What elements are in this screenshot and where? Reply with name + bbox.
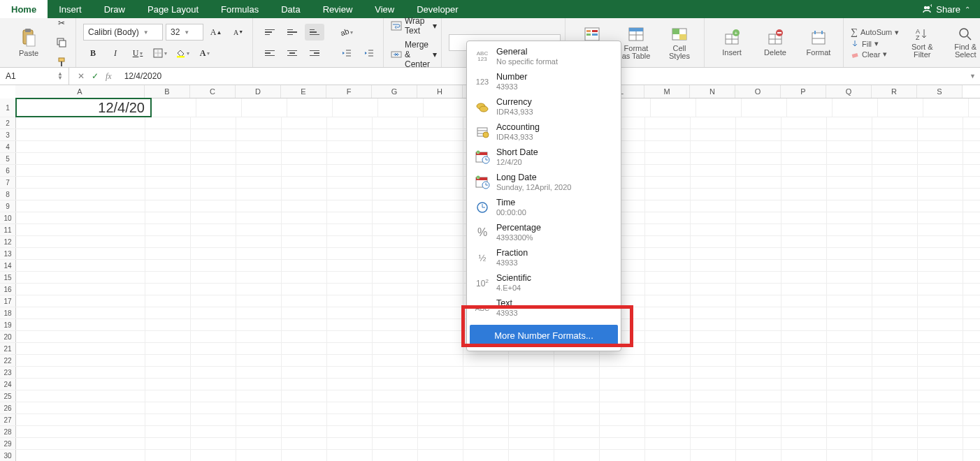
sort-filter-button[interactable]: AZ Sort & Filter — [902, 23, 942, 62]
cell[interactable] — [282, 141, 327, 152]
cell[interactable] — [827, 224, 872, 235]
cell[interactable] — [418, 367, 463, 378]
cell[interactable] — [781, 129, 827, 140]
more-number-formats-button[interactable]: More Number Formats... — [470, 325, 618, 346]
cell[interactable] — [872, 200, 918, 212]
tab-formulas[interactable]: Formulas — [210, 0, 270, 18]
cell[interactable] — [236, 224, 282, 235]
cell[interactable] — [191, 284, 236, 295]
cell[interactable] — [145, 319, 191, 330]
share-button[interactable]: + Share ⌃ — [912, 0, 980, 18]
cell[interactable] — [872, 414, 918, 425]
cell[interactable] — [463, 426, 509, 437]
cell[interactable] — [145, 189, 191, 200]
cell[interactable] — [691, 117, 736, 129]
cell[interactable] — [236, 438, 282, 449]
number-format-option[interactable]: AccountingIDR43,933 — [467, 119, 621, 145]
cell[interactable] — [691, 379, 736, 390]
cell[interactable] — [736, 153, 781, 164]
cell[interactable] — [373, 450, 418, 461]
cell[interactable] — [236, 284, 282, 295]
cell[interactable] — [923, 98, 969, 117]
bold-button[interactable]: B — [83, 45, 103, 61]
cell[interactable] — [872, 260, 918, 271]
cell[interactable] — [418, 248, 463, 259]
cell[interactable] — [16, 189, 145, 200]
tab-home[interactable]: Home — [0, 0, 48, 18]
cell[interactable] — [282, 177, 327, 188]
row-header[interactable]: 5 — [0, 153, 16, 164]
cell[interactable] — [781, 307, 827, 319]
column-header[interactable]: E — [281, 85, 326, 98]
cell[interactable] — [236, 295, 282, 307]
cell[interactable] — [236, 272, 282, 283]
number-format-option[interactable]: ABCText43933 — [467, 295, 621, 321]
cell[interactable] — [691, 272, 736, 283]
cell[interactable] — [918, 319, 963, 330]
cell[interactable] — [373, 331, 418, 342]
cell[interactable] — [781, 117, 827, 129]
cell[interactable] — [236, 379, 282, 390]
cell[interactable] — [781, 236, 827, 247]
cell[interactable] — [736, 165, 781, 176]
cell[interactable] — [781, 367, 827, 378]
cell[interactable] — [16, 200, 145, 212]
wrap-text-button[interactable]: Wrap Text▾ — [391, 16, 437, 36]
cell[interactable] — [282, 224, 327, 235]
cell[interactable] — [509, 355, 554, 366]
cell[interactable] — [145, 200, 191, 212]
cell[interactable] — [691, 390, 736, 402]
column-header[interactable]: S — [917, 85, 963, 98]
cell[interactable] — [691, 129, 736, 140]
cell[interactable] — [191, 379, 236, 390]
column-header[interactable]: P — [781, 85, 826, 98]
cell[interactable] — [327, 319, 373, 330]
number-format-option[interactable]: 102Scientific4.E+04 — [467, 270, 621, 295]
cell[interactable] — [872, 307, 918, 319]
cell[interactable] — [736, 236, 781, 247]
cell[interactable] — [16, 307, 145, 319]
cell[interactable] — [191, 414, 236, 425]
cell[interactable] — [918, 212, 963, 224]
cell[interactable] — [373, 343, 418, 354]
row-header[interactable]: 9 — [0, 200, 16, 212]
cell[interactable] — [645, 189, 691, 200]
cell[interactable] — [872, 390, 918, 402]
increase-font-button[interactable]: A▲ — [206, 24, 226, 41]
cell[interactable] — [236, 200, 282, 212]
cell[interactable] — [191, 307, 236, 319]
cell[interactable] — [16, 402, 145, 414]
cell[interactable] — [327, 117, 373, 129]
cell[interactable] — [691, 367, 736, 378]
cell[interactable] — [145, 212, 191, 224]
cell[interactable] — [191, 248, 236, 259]
row-header[interactable]: 26 — [0, 402, 16, 414]
cell[interactable] — [16, 141, 145, 152]
cell[interactable] — [191, 426, 236, 437]
cell[interactable] — [236, 307, 282, 319]
cell[interactable] — [554, 379, 600, 390]
cell[interactable] — [554, 402, 600, 414]
column-header[interactable]: M — [644, 85, 690, 98]
row-header[interactable]: 23 — [0, 367, 16, 378]
cell[interactable] — [327, 426, 373, 437]
align-middle-button[interactable] — [282, 24, 302, 41]
cell[interactable] — [872, 117, 918, 129]
cell[interactable] — [282, 414, 327, 425]
cell[interactable] — [145, 414, 191, 425]
cell[interactable] — [872, 189, 918, 200]
cell[interactable] — [872, 367, 918, 378]
cell[interactable] — [645, 284, 691, 295]
row-header[interactable]: 29 — [0, 438, 16, 449]
cell[interactable] — [781, 450, 827, 461]
fill-color-button[interactable]: ▾ — [173, 45, 192, 61]
cell[interactable] — [327, 390, 373, 402]
cell[interactable] — [645, 355, 691, 366]
cell[interactable] — [509, 414, 554, 425]
cell[interactable] — [145, 307, 191, 319]
cell[interactable] — [691, 319, 736, 330]
cell[interactable] — [16, 295, 145, 307]
cell[interactable] — [691, 307, 736, 319]
cell[interactable] — [373, 177, 418, 188]
cell[interactable] — [327, 438, 373, 449]
